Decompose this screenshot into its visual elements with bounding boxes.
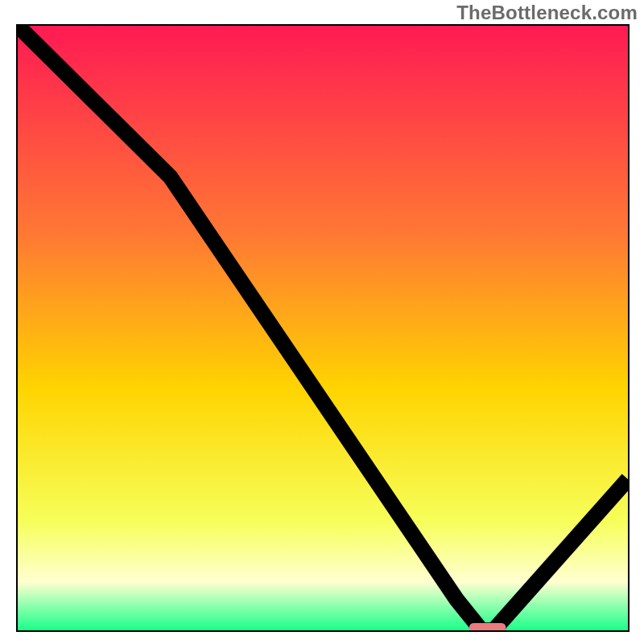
chart-container: TheBottleneck.com <box>0 0 644 644</box>
plot-svg <box>18 26 628 630</box>
attribution-text: TheBottleneck.com <box>456 2 638 24</box>
optimal-marker <box>469 623 506 630</box>
plot-area <box>16 24 630 632</box>
